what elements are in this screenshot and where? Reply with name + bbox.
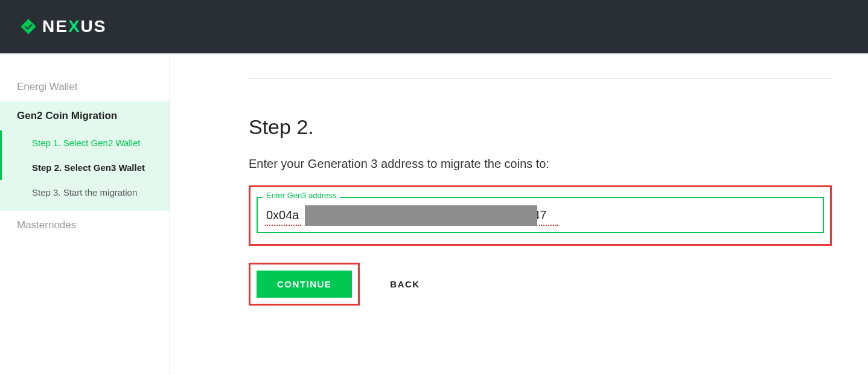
button-row: CONTINUE BACK <box>249 263 832 306</box>
brand-name: NEXUS <box>42 17 107 36</box>
substep-1[interactable]: Step 1. Select Gen2 Wallet <box>0 130 170 155</box>
brand-name-accent: X <box>68 17 81 36</box>
back-button[interactable]: BACK <box>390 279 420 289</box>
main-content: Step 2. Enter your Generation 3 address … <box>170 54 868 375</box>
substep-3[interactable]: Step 3. Start the migration <box>0 180 170 205</box>
continue-highlight: CONTINUE <box>249 263 360 306</box>
sidebar: Energi Wallet Gen2 Coin Migration Step 1… <box>0 54 170 375</box>
address-field: Enter Gen3 address <box>257 197 824 233</box>
page-description: Enter your Generation 3 address to migra… <box>249 157 832 171</box>
gen3-address-input[interactable] <box>257 197 824 233</box>
brand-logo: NEXUS <box>19 17 107 36</box>
continue-button[interactable]: CONTINUE <box>257 271 352 298</box>
divider <box>249 79 832 79</box>
svg-rect-0 <box>21 19 36 34</box>
page-title: Step 2. <box>249 115 832 139</box>
logo-icon <box>19 18 37 36</box>
app-header: NEXUS <box>0 0 868 54</box>
brand-name-pre: NE <box>42 17 68 36</box>
migration-substeps: Step 1. Select Gen2 Wallet Step 2. Selec… <box>0 130 170 211</box>
sidebar-item-migration[interactable]: Gen2 Coin Migration <box>0 101 170 130</box>
brand-name-post: US <box>81 17 107 36</box>
sidebar-item-masternodes[interactable]: Masternodes <box>0 211 170 240</box>
address-input-highlight: Enter Gen3 address <box>249 185 832 246</box>
sidebar-item-wallet[interactable]: Energi Wallet <box>0 72 170 101</box>
substep-2[interactable]: Step 2. Select Gen3 Wallet <box>0 155 170 180</box>
address-field-label: Enter Gen3 address <box>263 191 340 200</box>
